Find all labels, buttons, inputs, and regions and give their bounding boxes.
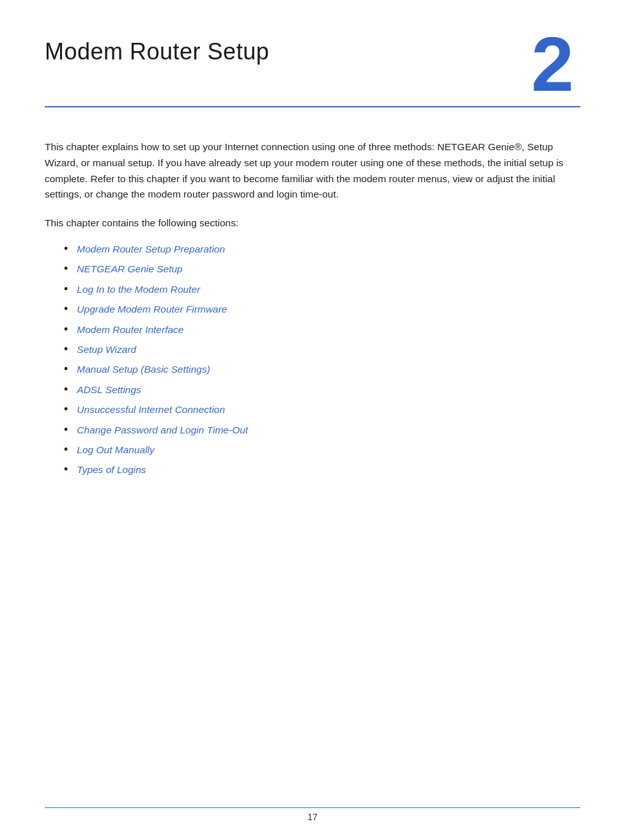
bullet-icon: • bbox=[64, 442, 68, 457]
bullet-icon: • bbox=[64, 261, 68, 276]
bullet-icon: • bbox=[64, 242, 68, 256]
footer-divider bbox=[45, 807, 580, 808]
list-item: •ADSL Settings bbox=[64, 382, 580, 397]
sections-list: •Modem Router Setup Preparation•NETGEAR … bbox=[64, 242, 580, 478]
bullet-icon: • bbox=[64, 402, 68, 417]
list-item: •Modem Router Setup Preparation bbox=[64, 242, 580, 256]
sections-intro: This chapter contains the following sect… bbox=[45, 215, 580, 231]
section-link-10[interactable]: Log Out Manually bbox=[77, 442, 155, 457]
section-link-8[interactable]: Unsuccessful Internet Connection bbox=[77, 402, 225, 417]
list-item: •Unsuccessful Internet Connection bbox=[64, 402, 580, 417]
section-link-2[interactable]: Log In to the Modem Router bbox=[77, 282, 200, 297]
list-item: •Log Out Manually bbox=[64, 442, 580, 457]
list-item: •NETGEAR Genie Setup bbox=[64, 261, 580, 276]
section-link-1[interactable]: NETGEAR Genie Setup bbox=[77, 261, 182, 276]
chapter-number: 2 bbox=[531, 26, 574, 102]
bullet-icon: • bbox=[64, 302, 68, 316]
bullet-icon: • bbox=[64, 282, 68, 297]
section-link-5[interactable]: Setup Wizard bbox=[77, 342, 136, 357]
section-link-11[interactable]: Types of Logins bbox=[77, 462, 146, 477]
intro-paragraph: This chapter explains how to set up your… bbox=[45, 139, 580, 203]
header-divider bbox=[45, 106, 580, 107]
section-link-7[interactable]: ADSL Settings bbox=[77, 382, 141, 397]
section-link-9[interactable]: Change Password and Login Time-Out bbox=[77, 423, 248, 437]
header-row: Modem Router Setup 2 bbox=[45, 38, 580, 102]
list-item: •Types of Logins bbox=[64, 462, 580, 477]
bullet-icon: • bbox=[64, 423, 68, 437]
page-number: 17 bbox=[307, 812, 318, 822]
section-link-6[interactable]: Manual Setup (Basic Settings) bbox=[77, 362, 210, 377]
list-item: •Modem Router Interface bbox=[64, 322, 580, 337]
chapter-title: Modem Router Setup bbox=[45, 38, 531, 65]
list-item: •Setup Wizard bbox=[64, 342, 580, 357]
bullet-icon: • bbox=[64, 322, 68, 337]
bullet-icon: • bbox=[64, 342, 68, 357]
list-item: •Upgrade Modem Router Firmware bbox=[64, 302, 580, 316]
section-link-0[interactable]: Modem Router Setup Preparation bbox=[77, 242, 225, 256]
bullet-icon: • bbox=[64, 362, 68, 377]
bullet-icon: • bbox=[64, 462, 68, 477]
section-link-4[interactable]: Modem Router Interface bbox=[77, 322, 183, 337]
list-item: •Change Password and Login Time-Out bbox=[64, 423, 580, 437]
bullet-icon: • bbox=[64, 382, 68, 397]
section-link-3[interactable]: Upgrade Modem Router Firmware bbox=[77, 302, 227, 316]
page-container: Modem Router Setup 2 This chapter explai… bbox=[0, 0, 625, 840]
list-item: •Log In to the Modem Router bbox=[64, 282, 580, 297]
list-item: •Manual Setup (Basic Settings) bbox=[64, 362, 580, 377]
title-wrapper: Modem Router Setup bbox=[45, 38, 531, 65]
